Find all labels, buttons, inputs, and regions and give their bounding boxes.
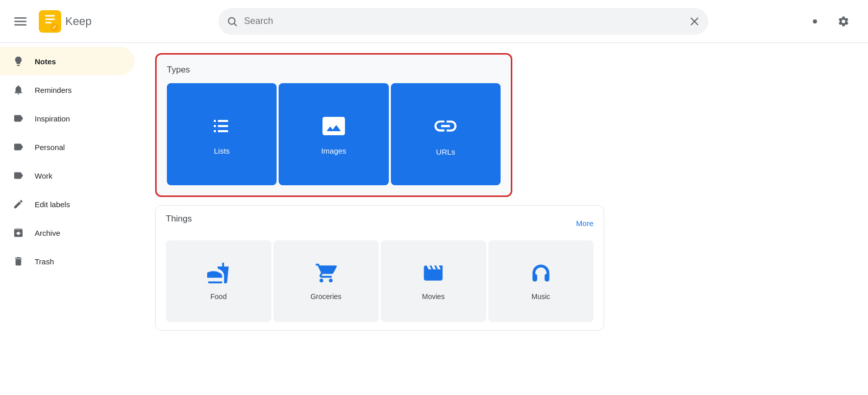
main-layout: Notes Reminders Inspiration xyxy=(0,43,868,395)
thing-cards: Food Groceries xyxy=(166,240,593,322)
label-work-icon xyxy=(12,170,24,181)
types-section: Types Lists xyxy=(155,53,512,197)
sidebar-item-reminders[interactable]: Reminders xyxy=(0,76,135,104)
search-container xyxy=(218,8,708,35)
cart-icon xyxy=(315,262,337,284)
image-icon xyxy=(321,114,346,138)
svg-rect-3 xyxy=(39,10,61,33)
link-icon xyxy=(432,113,459,139)
settings-button[interactable] xyxy=(831,9,856,34)
thing-card-movies-label: Movies xyxy=(422,292,444,301)
thing-card-movies[interactable]: Movies xyxy=(381,240,486,322)
trash-icon xyxy=(12,256,24,267)
thing-card-groceries-label: Groceries xyxy=(310,292,341,301)
sidebar-item-notes-label: Notes xyxy=(35,57,56,66)
sidebar-item-trash[interactable]: Trash xyxy=(0,247,135,276)
type-card-lists[interactable]: Lists xyxy=(167,83,277,185)
sidebar-item-inspiration[interactable]: Inspiration xyxy=(0,104,135,133)
film-icon xyxy=(422,262,444,284)
app-name: Keep xyxy=(65,15,91,28)
sidebar-item-personal-label: Personal xyxy=(35,143,65,152)
header-left: ✓ Keep xyxy=(8,9,171,34)
sidebar-item-inspiration-label: Inspiration xyxy=(35,114,70,123)
content-area: Types Lists xyxy=(143,43,868,395)
sidebar-item-edit-labels[interactable]: Edit labels xyxy=(0,190,135,218)
svg-rect-5 xyxy=(45,18,55,20)
type-card-lists-label: Lists xyxy=(214,146,230,155)
things-header: Things More xyxy=(166,214,593,232)
svg-rect-1 xyxy=(14,20,27,22)
sidebar-item-archive-label: Archive xyxy=(35,229,60,237)
account-dot-button[interactable] xyxy=(803,9,827,34)
search-bar xyxy=(218,8,708,35)
thing-card-food[interactable]: Food xyxy=(166,240,271,322)
svg-rect-0 xyxy=(14,17,27,19)
type-card-urls[interactable]: URLs xyxy=(391,83,501,185)
header-right xyxy=(803,9,860,34)
sidebar-item-personal[interactable]: Personal xyxy=(0,133,135,161)
thing-card-music-label: Music xyxy=(531,292,550,301)
label-personal-icon xyxy=(12,141,24,153)
svg-rect-4 xyxy=(45,15,55,16)
svg-text:✓: ✓ xyxy=(52,24,57,30)
sidebar: Notes Reminders Inspiration xyxy=(0,43,143,395)
types-title: Types xyxy=(167,65,501,75)
food-icon xyxy=(207,262,230,284)
sidebar-item-notes[interactable]: Notes xyxy=(0,47,135,76)
sidebar-item-trash-label: Trash xyxy=(35,257,54,266)
sidebar-item-edit-labels-label: Edit labels xyxy=(35,200,70,209)
menu-button[interactable] xyxy=(8,9,33,34)
search-icon xyxy=(227,16,238,27)
thing-card-music[interactable]: Music xyxy=(488,240,594,322)
type-card-images-label: Images xyxy=(321,146,346,155)
thing-card-groceries[interactable]: Groceries xyxy=(274,240,379,322)
search-input[interactable] xyxy=(244,16,683,27)
type-card-images[interactable]: Images xyxy=(279,83,388,185)
sidebar-item-archive[interactable]: Archive xyxy=(0,218,135,247)
svg-rect-6 xyxy=(45,21,51,23)
list-icon xyxy=(210,114,234,138)
header: ✓ Keep xyxy=(0,0,868,43)
svg-rect-2 xyxy=(14,24,27,26)
search-clear-button[interactable] xyxy=(689,16,700,27)
archive-icon xyxy=(12,227,24,238)
label-inspiration-icon xyxy=(12,113,24,124)
logo[interactable]: ✓ Keep xyxy=(39,10,91,33)
headphones-icon xyxy=(530,262,552,284)
type-card-urls-label: URLs xyxy=(436,147,456,156)
thing-card-food-label: Food xyxy=(210,292,227,301)
svg-line-10 xyxy=(234,23,236,26)
lightbulb-icon xyxy=(12,56,24,67)
type-cards: Lists Images xyxy=(167,83,501,185)
edit-icon xyxy=(12,199,24,210)
sidebar-item-reminders-label: Reminders xyxy=(35,86,72,94)
things-title: Things xyxy=(166,214,192,224)
sidebar-item-work-label: Work xyxy=(35,171,53,180)
svg-point-13 xyxy=(813,19,817,23)
sidebar-item-work[interactable]: Work xyxy=(0,161,135,190)
bell-icon xyxy=(12,84,24,95)
more-link[interactable]: More xyxy=(576,219,593,228)
things-section: Things More Food xyxy=(155,205,604,331)
